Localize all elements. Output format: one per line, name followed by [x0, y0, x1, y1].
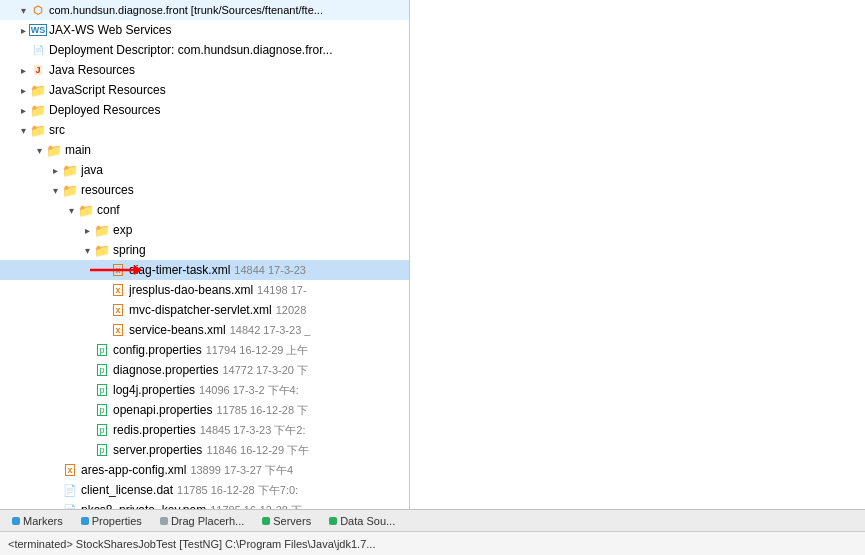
expand-arrow[interactable] [32, 143, 46, 157]
item-icon-ares-app-config: x [62, 462, 78, 478]
main-container: ⬡ com.hundsun.diagnose.front [trunk/Sour… [0, 0, 865, 509]
item-meta-config-properties: 11794 16-12-29 上午 [206, 343, 309, 358]
expand-arrow[interactable] [80, 223, 94, 237]
no-arrow [16, 43, 30, 57]
item-icon-service-beans: x [110, 322, 126, 338]
item-icon-server-properties: p [94, 442, 110, 458]
tree-item-config-properties[interactable]: pconfig.properties11794 16-12-29 上午 [0, 340, 409, 360]
tree-item-openapi-properties[interactable]: popenapi.properties11785 16-12-28 下 [0, 400, 409, 420]
tab-label-servers: Servers [273, 515, 311, 527]
item-label-service-beans: service-beans.xml [129, 323, 226, 337]
tree-item-jax-ws[interactable]: WSJAX-WS Web Services [0, 20, 409, 40]
tab-label-markers: Markers [23, 515, 63, 527]
right-panel [410, 0, 865, 509]
no-arrow [80, 423, 94, 437]
item-label-conf: conf [97, 203, 120, 217]
bottom-tab-properties[interactable]: Properties [73, 511, 150, 531]
editor-area [410, 0, 865, 509]
tree-item-main[interactable]: 📁main [0, 140, 409, 160]
item-icon-resources: 📁 [62, 182, 78, 198]
no-arrow [96, 263, 110, 277]
tree-item-resources[interactable]: 📁resources [0, 180, 409, 200]
tree-item-src[interactable]: 📁src [0, 120, 409, 140]
item-icon-config-properties: p [94, 342, 110, 358]
item-label-jax-ws: JAX-WS Web Services [49, 23, 171, 37]
tab-label-drag-placerh: Drag Placerh... [171, 515, 244, 527]
item-icon-log4j-properties: p [94, 382, 110, 398]
status-bar: <terminated> StockSharesJobTest [TestNG]… [0, 531, 865, 555]
bottom-tab-drag-placerh[interactable]: Drag Placerh... [152, 511, 252, 531]
item-icon-conf: 📁 [78, 202, 94, 218]
bottom-tab-markers[interactable]: Markers [4, 511, 71, 531]
item-icon-javascript-resources: 📁 [30, 82, 46, 98]
root-label: com.hundsun.diagnose.front [trunk/Source… [49, 4, 323, 16]
no-arrow [48, 483, 62, 497]
tree-item-deployed-resources[interactable]: 📁Deployed Resources [0, 100, 409, 120]
item-icon-jax-ws: WS [30, 22, 46, 38]
expand-arrow[interactable] [16, 123, 30, 137]
expand-arrow[interactable] [80, 243, 94, 257]
bottom-tabs-container: Markers Properties Drag Placerh... Serve… [4, 511, 403, 531]
item-icon-pkcs8-private-key: 📄 [62, 502, 78, 509]
item-label-client-license: client_license.dat [81, 483, 173, 497]
bottom-tabs-bar: Markers Properties Drag Placerh... Serve… [0, 509, 865, 531]
tab-dot-drag-placerh [160, 517, 168, 525]
expand-arrow[interactable] [16, 63, 30, 77]
no-arrow [48, 503, 62, 509]
tab-dot-markers [12, 517, 20, 525]
item-label-main: main [65, 143, 91, 157]
bottom-tab-servers[interactable]: Servers [254, 511, 319, 531]
tree-item-pkcs8-private-key[interactable]: 📄pkcs8_private_key.pem11785 16-12-28 下 [0, 500, 409, 509]
no-arrow [80, 443, 94, 457]
tree-item-server-properties[interactable]: pserver.properties11846 16-12-29 下午 [0, 440, 409, 460]
item-meta-diagnose-properties: 14772 17-3-20 下 [222, 363, 308, 378]
no-arrow [80, 343, 94, 357]
item-label-redis-properties: redis.properties [113, 423, 196, 437]
tab-dot-data-source [329, 517, 337, 525]
item-label-java-resources: Java Resources [49, 63, 135, 77]
item-icon-src: 📁 [30, 122, 46, 138]
item-meta-diag-timer-task: 14844 17-3-23 [234, 264, 306, 276]
item-label-mvc-dispatcher-servlet: mvc-dispatcher-servlet.xml [129, 303, 272, 317]
tree-item-jresplus-dao-beans[interactable]: xjresplus-dao-beans.xml14198 17- [0, 280, 409, 300]
tree-item-mvc-dispatcher-servlet[interactable]: xmvc-dispatcher-servlet.xml12028 [0, 300, 409, 320]
item-icon-diag-timer-task: x [110, 262, 126, 278]
tree-item-ares-app-config[interactable]: xares-app-config.xml13899 17-3-27 下午4 [0, 460, 409, 480]
item-icon-deployed-resources: 📁 [30, 102, 46, 118]
tree-item-conf[interactable]: 📁conf [0, 200, 409, 220]
tree-item-log4j-properties[interactable]: plog4j.properties14096 17-3-2 下午4: [0, 380, 409, 400]
tree-item-javascript-resources[interactable]: 📁JavaScript Resources [0, 80, 409, 100]
expand-arrow[interactable] [64, 203, 78, 217]
expand-arrow[interactable] [48, 163, 62, 177]
tree-item-java-resources[interactable]: JJava Resources [0, 60, 409, 80]
tree-item-diag-timer-task[interactable]: xdiag-timer-task.xml14844 17-3-23 [0, 260, 409, 280]
tree-item-client-license[interactable]: 📄client_license.dat11785 16-12-28 下午7:0: [0, 480, 409, 500]
tree-item-spring[interactable]: 📁spring [0, 240, 409, 260]
item-label-diagnose-properties: diagnose.properties [113, 363, 218, 377]
tree-item-deployment-desc[interactable]: 📄Deployment Descriptor: com.hundsun.diag… [0, 40, 409, 60]
item-icon-mvc-dispatcher-servlet: x [110, 302, 126, 318]
tree-root[interactable]: ⬡ com.hundsun.diagnose.front [trunk/Sour… [0, 0, 409, 20]
item-label-diag-timer-task: diag-timer-task.xml [129, 263, 230, 277]
item-icon-jresplus-dao-beans: x [110, 282, 126, 298]
tree-item-service-beans[interactable]: xservice-beans.xml14842 17-3-23 _ [0, 320, 409, 340]
item-icon-java-resources: J [30, 62, 46, 78]
item-meta-mvc-dispatcher-servlet: 12028 [276, 304, 307, 316]
bottom-tab-data-source[interactable]: Data Sou... [321, 511, 403, 531]
item-label-java: java [81, 163, 103, 177]
item-label-config-properties: config.properties [113, 343, 202, 357]
no-arrow [48, 463, 62, 477]
expand-arrow[interactable] [48, 183, 62, 197]
item-label-openapi-properties: openapi.properties [113, 403, 212, 417]
expand-arrow[interactable] [16, 103, 30, 117]
tree-item-redis-properties[interactable]: predis.properties14845 17-3-23 下午2: [0, 420, 409, 440]
tree-container: WSJAX-WS Web Services📄Deployment Descrip… [0, 20, 409, 509]
tree-item-exp[interactable]: 📁exp [0, 220, 409, 240]
item-icon-main: 📁 [46, 142, 62, 158]
tree-item-java[interactable]: 📁java [0, 160, 409, 180]
left-panel: ⬡ com.hundsun.diagnose.front [trunk/Sour… [0, 0, 410, 509]
no-arrow [96, 283, 110, 297]
tree-item-diagnose-properties[interactable]: pdiagnose.properties14772 17-3-20 下 [0, 360, 409, 380]
expand-arrow[interactable] [16, 83, 30, 97]
item-meta-openapi-properties: 11785 16-12-28 下 [216, 403, 308, 418]
